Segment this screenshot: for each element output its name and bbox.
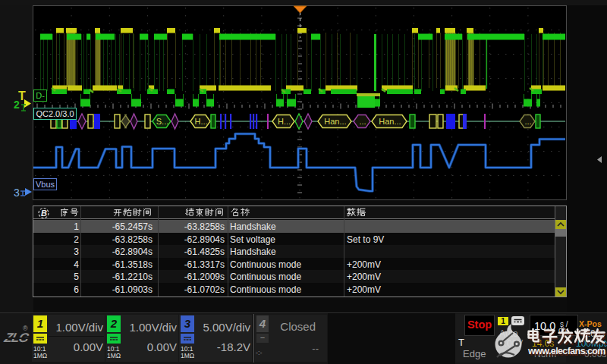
- svg-text:3: 3: [14, 187, 20, 199]
- svg-text:Han...: Han...: [379, 117, 401, 126]
- svg-text:B: B: [41, 209, 47, 218]
- svg-text:S...: S...: [156, 117, 169, 126]
- svg-text:H...: H...: [194, 117, 207, 126]
- svg-text:...: ...: [359, 117, 366, 126]
- svg-text:Han...: Han...: [324, 117, 346, 126]
- svg-text:2: 2: [14, 99, 20, 111]
- svg-text:H...: H...: [278, 117, 291, 126]
- svg-text:...: ...: [524, 117, 531, 126]
